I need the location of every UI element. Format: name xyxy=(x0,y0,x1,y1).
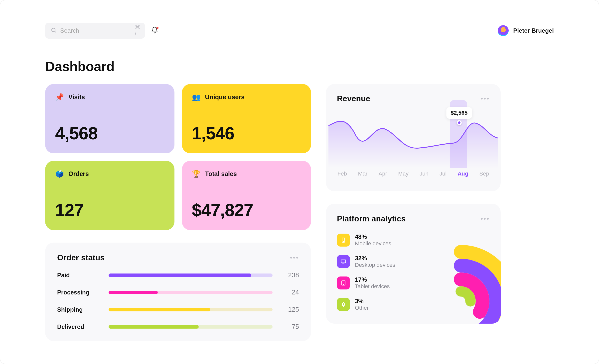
status-label: Delivered xyxy=(57,323,102,330)
stat-card-visits[interactable]: 📌 Visits 4,568 xyxy=(45,84,174,153)
legend-pct: 3% xyxy=(355,298,369,305)
stat-card-orders[interactable]: 🗳️ Orders 127 xyxy=(45,161,174,230)
status-bar-fill xyxy=(109,291,158,294)
status-label: Shipping xyxy=(57,306,102,313)
visits-icon: 📌 xyxy=(55,93,64,101)
status-bar-fill xyxy=(109,325,199,329)
order-status-rows: Paid 238 Processing 24 Shipping 125 Deli… xyxy=(57,271,299,331)
revenue-menu-button[interactable]: ••• xyxy=(481,95,490,102)
stat-label: Visits xyxy=(68,93,85,101)
stat-value: $47,827 xyxy=(192,200,301,220)
status-bar xyxy=(109,325,273,329)
legend-label: Mobile devices xyxy=(355,240,391,247)
revenue-month[interactable]: Mar xyxy=(358,171,367,177)
revenue-month[interactable]: Sep xyxy=(479,171,489,177)
status-count: 238 xyxy=(279,271,299,279)
svg-point-0 xyxy=(52,28,55,32)
status-count: 125 xyxy=(279,306,299,313)
notification-dot-icon xyxy=(156,27,158,29)
legend-item: 32% Desktop devices xyxy=(337,255,395,268)
platform-rings-chart xyxy=(403,244,501,324)
stat-head: 👥 Unique users xyxy=(192,93,301,101)
stat-label: Unique users xyxy=(205,93,245,101)
stat-card-unique-users[interactable]: 👥 Unique users 1,546 xyxy=(182,84,311,153)
status-bar-fill xyxy=(109,273,251,277)
revenue-tooltip: $2,565 xyxy=(446,107,472,119)
svg-rect-4 xyxy=(341,260,346,263)
platform-menu-button[interactable]: ••• xyxy=(481,215,490,223)
status-row: Paid 238 xyxy=(57,271,299,279)
status-row: Delivered 75 xyxy=(57,323,299,331)
stat-label: Orders xyxy=(68,170,89,178)
stat-head: 🏆 Total sales xyxy=(192,170,301,178)
status-count: 24 xyxy=(279,288,299,296)
legend-pct: 32% xyxy=(355,255,395,262)
search-box[interactable]: ⌘ / xyxy=(45,23,145,39)
legend-text: 3% Other xyxy=(355,298,369,311)
platform-title: Platform analytics xyxy=(337,214,406,223)
header: ⌘ / Pieter Bruegel xyxy=(45,23,554,39)
status-row: Shipping 125 xyxy=(57,306,299,313)
revenue-chart[interactable]: $2,565 xyxy=(328,106,498,168)
svg-point-13 xyxy=(439,279,483,323)
legend-item: 3% Other xyxy=(337,298,395,311)
legend-pct: 48% xyxy=(355,233,391,240)
legend-item: 17% Tablet devices xyxy=(337,276,395,290)
stat-value: 1,546 xyxy=(192,123,301,143)
order-status-title: Order status xyxy=(57,253,105,262)
notifications-button[interactable] xyxy=(151,26,158,35)
header-left: ⌘ / xyxy=(45,23,158,39)
stat-value: 127 xyxy=(55,200,164,220)
stat-head: 📌 Visits xyxy=(55,93,164,101)
legend-pct: 17% xyxy=(355,276,390,283)
revenue-month[interactable]: Jul xyxy=(440,171,447,177)
svg-rect-8 xyxy=(342,303,344,306)
platform-legend: 48% Mobile devices 32% Desktop devices 1… xyxy=(337,233,395,311)
legend-text: 32% Desktop devices xyxy=(355,255,395,268)
legend-label: Tablet devices xyxy=(355,283,390,290)
revenue-title: Revenue xyxy=(337,94,370,103)
status-count: 75 xyxy=(279,323,299,331)
status-label: Processing xyxy=(57,289,102,296)
left-column: 📌 Visits 4,568 👥 Unique users 1,546 🗳️ xyxy=(45,84,311,341)
right-column: Revenue ••• $ xyxy=(326,84,501,324)
legend-item: 48% Mobile devices xyxy=(337,233,395,247)
search-icon xyxy=(51,27,57,34)
stats-grid: 📌 Visits 4,568 👥 Unique users 1,546 🗳️ xyxy=(45,84,311,230)
avatar xyxy=(498,25,509,36)
status-bar xyxy=(109,291,273,294)
search-shortcut: ⌘ / xyxy=(135,24,141,37)
sales-icon: 🏆 xyxy=(192,170,201,178)
stat-value: 4,568 xyxy=(55,123,164,143)
watch-icon xyxy=(337,298,350,311)
legend-label: Other xyxy=(355,305,369,311)
status-label: Paid xyxy=(57,272,102,279)
orders-icon: 🗳️ xyxy=(55,170,64,178)
users-icon: 👥 xyxy=(192,93,201,101)
stat-label: Total sales xyxy=(205,170,237,178)
status-bar xyxy=(109,308,273,311)
legend-text: 17% Tablet devices xyxy=(355,276,390,290)
order-status-panel: Order status ••• Paid 238 Processing 24 … xyxy=(45,243,311,341)
stat-head: 🗳️ Orders xyxy=(55,170,164,178)
order-status-menu-button[interactable]: ••• xyxy=(290,254,299,262)
legend-text: 48% Mobile devices xyxy=(355,233,391,247)
revenue-month[interactable]: Feb xyxy=(337,171,347,177)
status-bar-fill xyxy=(109,308,210,311)
mobile-icon xyxy=(337,234,350,247)
revenue-month[interactable]: May xyxy=(398,171,409,177)
revenue-month[interactable]: Jun xyxy=(420,171,428,177)
search-input[interactable] xyxy=(60,27,135,34)
status-row: Processing 24 xyxy=(57,288,299,296)
revenue-month[interactable]: Aug xyxy=(457,171,468,177)
status-bar xyxy=(109,273,273,277)
revenue-point-marker xyxy=(457,120,462,125)
svg-line-1 xyxy=(55,31,56,33)
legend-label: Desktop devices xyxy=(355,262,395,268)
user-name: Pieter Bruegel xyxy=(513,27,554,34)
revenue-panel: Revenue ••• $ xyxy=(326,84,501,191)
revenue-month[interactable]: Apr xyxy=(379,171,387,177)
user-menu[interactable]: Pieter Bruegel xyxy=(498,25,554,36)
stat-card-total-sales[interactable]: 🏆 Total sales $47,827 xyxy=(182,161,311,230)
desktop-icon xyxy=(337,255,350,268)
